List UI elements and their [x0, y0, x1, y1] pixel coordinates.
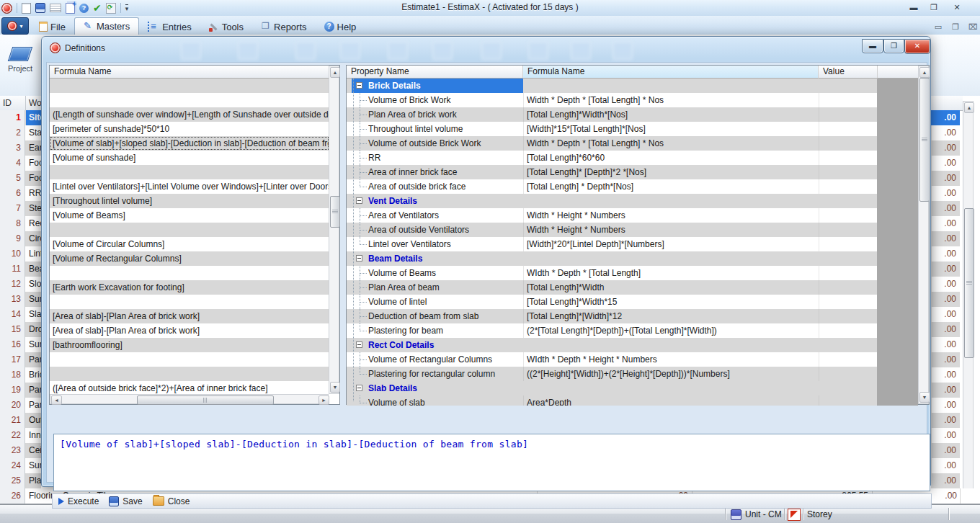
- definition-row[interactable]: Area of outside VentilatorsWidth * Heigh…: [347, 223, 877, 237]
- worksheet-row[interactable]: 22Inne: [0, 428, 41, 443]
- minimize-button[interactable]: ▬: [905, 1, 922, 13]
- formula-list-item[interactable]: [50, 223, 329, 237]
- definition-group-row[interactable]: Beam Details: [347, 251, 877, 266]
- scroll-up-arrow[interactable]: ▲: [919, 67, 930, 78]
- amount-cell[interactable]: .00: [931, 277, 960, 292]
- collapse-icon[interactable]: [356, 82, 362, 89]
- scroll-up-arrow[interactable]: ▲: [330, 67, 340, 78]
- tab-masters[interactable]: Masters: [74, 17, 139, 35]
- worksheet-row[interactable]: 4Foot: [0, 156, 41, 171]
- dialog-title-bar[interactable]: Definitions: [50, 43, 105, 53]
- child-close-icon[interactable]: ⌧: [967, 22, 979, 32]
- id-column-header[interactable]: ID: [3, 98, 12, 108]
- project-button[interactable]: Project: [1, 40, 39, 80]
- definition-row[interactable]: Area of outside brick face[Total Length]…: [347, 179, 877, 194]
- formula-list-item[interactable]: [bathroomflooring]: [50, 338, 329, 352]
- collapse-icon[interactable]: [356, 197, 362, 204]
- amount-cell[interactable]: .00: [931, 443, 960, 458]
- tab-entries[interactable]: Entries: [139, 19, 200, 35]
- scroll-right-arrow[interactable]: ►: [318, 395, 329, 405]
- amount-cell[interactable]: .00: [931, 216, 960, 231]
- worksheet-row[interactable]: 20Pane: [0, 398, 41, 413]
- worksheet-row[interactable]: 9Circu: [0, 231, 41, 246]
- amount-cell[interactable]: .00: [931, 140, 960, 156]
- worksheet-row[interactable]: 5Foot: [0, 171, 41, 186]
- close-button[interactable]: Close: [153, 496, 190, 506]
- amount-cell[interactable]: .00: [931, 156, 960, 171]
- definition-row[interactable]: Volume of Brick WorkWidth * Depth * [Tot…: [347, 93, 877, 107]
- amount-cell[interactable]: .00: [931, 337, 960, 352]
- tab-help[interactable]: Help: [316, 19, 365, 35]
- amount-cell[interactable]: .00: [931, 413, 960, 428]
- amount-cell[interactable]: .00: [931, 383, 960, 398]
- collapse-icon[interactable]: [356, 385, 362, 391]
- worksheet-row[interactable]: 17Pane: [0, 352, 41, 367]
- amount-cell[interactable]: .00: [931, 171, 960, 186]
- amount-cell[interactable]: .00: [931, 201, 960, 216]
- execute-button[interactable]: Execute: [58, 496, 99, 506]
- definition-row[interactable]: Area of VentilatorsWidth * Height * Numb…: [347, 208, 877, 223]
- formula-list-item[interactable]: [Volume of slab]+[sloped slab]-[Deductio…: [50, 136, 329, 151]
- tab-reports[interactable]: Reports: [252, 19, 316, 35]
- formula-name-column-header[interactable]: Formula Name: [50, 66, 329, 79]
- amount-cell[interactable]: .00: [931, 262, 960, 277]
- scroll-down-arrow[interactable]: ▼: [919, 392, 930, 403]
- formula-list-item[interactable]: [50, 295, 329, 309]
- definition-group-row[interactable]: Brick Details: [347, 79, 877, 93]
- amount-cell[interactable]: .00: [931, 307, 960, 322]
- worksheet-row[interactable]: 23Ceili: [0, 443, 41, 458]
- worksheet-row[interactable]: 13Suns: [0, 292, 41, 307]
- worksheet-row[interactable]: 7Stee: [0, 201, 41, 216]
- amount-cell[interactable]: .00: [931, 125, 960, 140]
- worksheet-vertical-scrollbar[interactable]: ▲ ▼: [963, 101, 974, 503]
- collapse-icon[interactable]: [356, 255, 362, 262]
- tab-tools[interactable]: Tools: [200, 19, 252, 35]
- formula-list-horizontal-scrollbar[interactable]: ◄ ►: [50, 394, 329, 404]
- worksheet-row[interactable]: 8Rect: [0, 216, 41, 231]
- definition-row[interactable]: Plastering for rectangular column((2*[He…: [347, 367, 877, 381]
- definition-row[interactable]: Volume of BeamsWIdth * Depth * [Total Le…: [347, 266, 877, 280]
- child-restore-icon[interactable]: ❐: [950, 22, 961, 32]
- definition-row[interactable]: Volume of slabArea*Depth: [347, 395, 877, 406]
- worksheet-row[interactable]: 3Earth: [0, 140, 41, 156]
- worksheet-row[interactable]: 18Brick: [0, 367, 41, 383]
- formula-list-vertical-scrollbar[interactable]: ▲ ▼: [329, 66, 339, 394]
- definition-row[interactable]: Area of inner brick face[Total Length]* …: [347, 165, 877, 179]
- formula-list-item[interactable]: [Area of slab]-[Plan Area of brick work]: [50, 309, 329, 323]
- value-column-header[interactable]: Value: [819, 66, 878, 79]
- definition-row[interactable]: Volume of Rectangular ColumnsWIdth * Dep…: [347, 352, 877, 367]
- amount-cell[interactable]: .00: [931, 110, 960, 125]
- amount-cell[interactable]: .00: [931, 428, 960, 443]
- worksheet-row[interactable]: 1Site: [0, 110, 41, 125]
- formula-list-item[interactable]: [perimeter of sunshade]*50*10: [50, 122, 329, 136]
- formula-list-item[interactable]: [50, 266, 329, 280]
- definition-row[interactable]: Throughout lintel volume[Width]*15*[Tota…: [347, 122, 877, 136]
- application-menu-button[interactable]: ▾: [1, 17, 29, 35]
- worksheet-row[interactable]: 15Drop: [0, 322, 41, 337]
- close-button[interactable]: ✕: [947, 1, 967, 13]
- formula-list-item[interactable]: [Volume of Beams]: [50, 208, 329, 223]
- child-minimize-icon[interactable]: ▭: [932, 22, 944, 32]
- definition-row[interactable]: Plan Area of beam[Total Length]*Width: [347, 280, 877, 295]
- amount-cell[interactable]: .00: [931, 352, 960, 367]
- definition-group-row[interactable]: Rect Col Details: [347, 338, 877, 352]
- worksheet-row[interactable]: 14Slab: [0, 307, 41, 322]
- amount-cell[interactable]: .00: [931, 246, 960, 262]
- definition-group-row[interactable]: Vent Details: [347, 194, 877, 208]
- dialog-minimize-button[interactable]: ▬: [862, 39, 883, 53]
- worksheet-row[interactable]: 10Lintl: [0, 246, 41, 262]
- formula-list-item[interactable]: [Lintel over Ventilators]+[Lintel Volume…: [50, 179, 329, 194]
- formula-list-item[interactable]: [Volume of Circular Columns]: [50, 237, 329, 251]
- worksheet-row[interactable]: 19Pane: [0, 383, 41, 398]
- definition-row[interactable]: Plan Area of brick work[Total Length]*Wi…: [347, 107, 877, 122]
- formula-list-item[interactable]: [50, 367, 329, 381]
- restore-button[interactable]: ❐: [925, 1, 943, 13]
- scroll-up-arrow[interactable]: ▲: [964, 102, 974, 113]
- definition-row[interactable]: RR[Total Length]*60*60: [347, 151, 877, 165]
- amount-cell[interactable]: .00: [931, 186, 960, 201]
- formula-list-item[interactable]: [50, 352, 329, 367]
- formula-list-item[interactable]: [50, 79, 329, 93]
- scroll-left-arrow[interactable]: ◄: [51, 395, 62, 405]
- formula-name-column-header[interactable]: Formula Name: [523, 66, 819, 79]
- save-button[interactable]: Save: [109, 496, 142, 506]
